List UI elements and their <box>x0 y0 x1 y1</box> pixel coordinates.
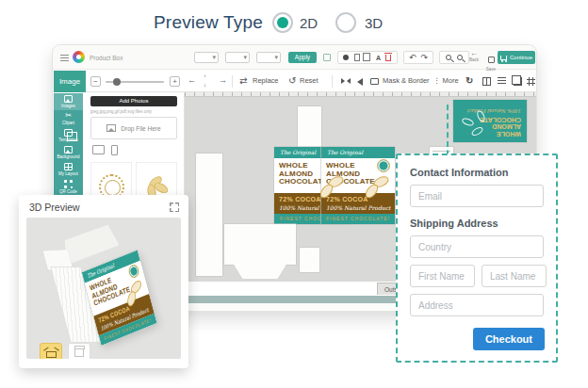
back-button[interactable]: ← Back <box>466 50 482 62</box>
picker-icon[interactable] <box>343 55 349 60</box>
reset-button[interactable]: Reset <box>300 76 318 85</box>
open-box-icon <box>46 351 57 358</box>
sidebar-item-qr-code[interactable]: QR Code <box>54 178 83 195</box>
option-dropdown-1[interactable]: ▾ <box>194 52 219 63</box>
drop-file-label: Drop File Here <box>121 125 160 132</box>
preview-type-header: Preview Type 2D 3D <box>0 9 588 38</box>
fullscreen-icon[interactable] <box>170 202 179 212</box>
more-button[interactable]: ⋮ More <box>433 76 459 85</box>
radio-2d-label[interactable]: 2D <box>300 15 318 31</box>
dieline-glue-flap[interactable] <box>196 154 222 276</box>
ruler <box>185 92 536 97</box>
dieline-top-flap-white[interactable] <box>298 106 321 147</box>
sidebar-label: My Layout <box>58 171 78 176</box>
closed-box-view-button[interactable] <box>68 343 90 359</box>
radio-2d[interactable] <box>272 12 293 33</box>
image-icon <box>106 124 116 132</box>
first-name-field[interactable] <box>410 265 475 287</box>
app-logo-icon <box>73 51 85 63</box>
country-field[interactable] <box>410 235 544 258</box>
sidebar-label: Background <box>57 154 79 159</box>
preview-3d-stage[interactable]: The Original WHOLE ALMOND CHOCOLATE <box>26 218 181 359</box>
preview-type-label: Preview Type <box>154 12 263 33</box>
replace-button[interactable]: Replace <box>253 76 279 85</box>
sidebar-label: Images <box>61 104 75 108</box>
continue-button[interactable]: Continue <box>498 51 535 64</box>
desktop-upload-icon[interactable] <box>92 145 105 154</box>
align-icon[interactable] <box>498 77 506 86</box>
zoom-minus-button[interactable]: − <box>90 76 101 87</box>
mask-border-button[interactable]: Mask & Border <box>383 76 430 85</box>
swatch-icon[interactable] <box>323 54 331 61</box>
almond-outline-icon <box>461 117 475 127</box>
pkg-footer-label: FINEST CHOCOLATE! <box>321 214 395 224</box>
closed-box-icon <box>74 348 84 357</box>
sidebar-item-templates[interactable]: Templates <box>54 127 83 144</box>
object-tools-group: A <box>337 51 398 64</box>
background-icon <box>64 146 73 154</box>
apply-button[interactable]: Apply <box>288 52 317 63</box>
radio-3d-label[interactable]: 3D <box>365 15 383 31</box>
zoom-out-icon[interactable] <box>457 55 463 60</box>
option-dropdown-2[interactable]: ▾ <box>225 52 250 63</box>
page: Preview Type 2D 3D Product Box ▾ ▾ ▾ App… <box>0 0 588 388</box>
qr-code-icon <box>64 180 73 188</box>
page-icon[interactable] <box>354 54 360 61</box>
zoom-plus-button[interactable]: + <box>170 76 180 87</box>
delete-icon[interactable] <box>385 55 391 61</box>
copy-icon[interactable] <box>365 55 370 61</box>
pkg-natural-label: 100% Natural Product <box>326 204 390 211</box>
dieline-top-flap-printed[interactable]: WHOLE ALMOND CHOCOLATE 100% Natural Prod… <box>453 100 527 142</box>
cart-icon <box>500 56 507 60</box>
name-row <box>410 265 544 287</box>
undo-icon[interactable]: ↶ <box>409 53 416 62</box>
mobile-upload-icon[interactable] <box>111 145 118 155</box>
scale-slider[interactable] <box>106 81 164 83</box>
nudge-vertical-icons[interactable]: ↑↓ <box>204 73 206 89</box>
pkg-cocoa-band: 72% COCOA 100% Natural Product <box>321 193 395 214</box>
reset-icon[interactable]: ↺ <box>288 75 296 86</box>
nudge-right-icon[interactable]: → <box>219 75 227 85</box>
shipping-address-heading: Shipping Address <box>410 218 544 229</box>
add-photos-button[interactable]: Add Photos <box>90 96 177 106</box>
replace-icon[interactable]: ⇄ <box>239 75 247 86</box>
mask-border-icon[interactable] <box>370 78 379 85</box>
slider-knob[interactable] <box>113 78 121 86</box>
nudge-down-icon[interactable]: ↓ <box>204 82 206 88</box>
flap-title: WHOLE ALMOND CHOCOLATE <box>480 117 521 138</box>
nudge-left-icon[interactable]: ← <box>188 75 196 85</box>
menu-icon[interactable] <box>60 55 69 61</box>
dieline-side-bottom-flap[interactable] <box>300 248 319 272</box>
sidebar-item-my-layout[interactable]: My Layout <box>54 161 83 178</box>
back-label: Back <box>466 57 482 62</box>
layers-icon[interactable] <box>514 77 522 86</box>
email-field[interactable] <box>410 185 544 207</box>
last-name-field[interactable] <box>482 265 547 287</box>
open-box-view-button[interactable] <box>40 343 62 359</box>
sidebar-item-clipart[interactable]: ✂ Clipart <box>54 110 83 127</box>
nudge-up-icon[interactable]: ↑ <box>204 73 206 79</box>
drop-file-zone[interactable]: Drop File Here <box>90 117 177 139</box>
divider <box>332 75 333 88</box>
option-dropdown-3[interactable]: ▾ <box>256 52 281 63</box>
sidebar-label: Clipart <box>62 121 74 125</box>
address-field[interactable] <box>410 294 544 316</box>
flip-horizontal-icon[interactable] <box>341 78 351 85</box>
dieline-bottom-flap[interactable] <box>224 224 296 265</box>
app-name: Product Box <box>90 55 122 61</box>
zoom-in-icon[interactable] <box>446 55 451 60</box>
file-types-note: jpeg,jpg,png,gif,pdf,svg files only <box>90 109 152 114</box>
sidebar-item-background[interactable]: Background <box>54 144 83 161</box>
text-tool-icon[interactable]: A <box>376 55 381 61</box>
radio-3d[interactable] <box>335 12 356 33</box>
dieline-tuck-flap[interactable] <box>229 265 291 279</box>
redo-icon[interactable]: ↷ <box>420 53 428 62</box>
image-tab[interactable]: Image <box>54 71 86 92</box>
box-3d-render: The Original WHOLE ALMOND CHOCOLATE <box>37 218 178 359</box>
rotate-icon[interactable]: ↻ <box>466 75 473 86</box>
grid-icon[interactable] <box>527 77 535 86</box>
checkout-button[interactable]: Checkout <box>473 328 545 350</box>
columns-icon[interactable] <box>482 77 491 86</box>
sidebar-item-images[interactable]: Images <box>54 93 83 110</box>
flip-vertical-icon[interactable] <box>357 78 363 86</box>
